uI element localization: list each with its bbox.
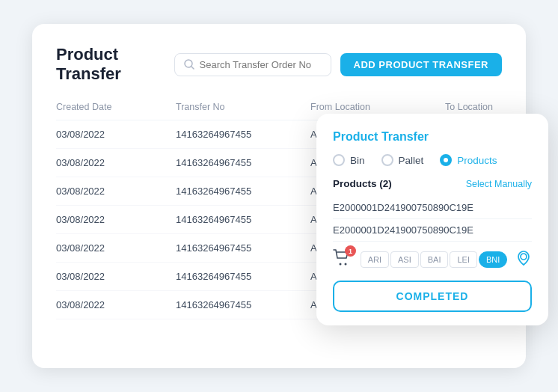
header-row: Product Transfer ADD PRODUCT TRANSFER bbox=[56, 45, 502, 84]
cell-transfer-no: 14163264967455 bbox=[176, 129, 310, 140]
cell-date: 03/08/2022 bbox=[56, 129, 176, 140]
popup-title: Product Transfer bbox=[333, 130, 532, 144]
cell-date: 03/08/2022 bbox=[56, 214, 176, 225]
search-box[interactable] bbox=[174, 53, 331, 76]
cell-date: 03/08/2022 bbox=[56, 271, 176, 282]
radio-row: Bin Pallet Products bbox=[333, 154, 532, 166]
svg-point-4 bbox=[521, 254, 527, 260]
location-pin-icon bbox=[515, 250, 532, 266]
select-manually-link[interactable]: Select Manually bbox=[466, 179, 532, 189]
cell-date: 03/08/2022 bbox=[56, 186, 176, 197]
steps-list: ARI ASI BAI LEI BNI bbox=[361, 251, 508, 268]
cell-date: 03/08/2022 bbox=[56, 157, 176, 168]
col-to-location: To Location bbox=[445, 102, 542, 112]
svg-point-2 bbox=[340, 263, 342, 266]
cart-badge: 1 bbox=[345, 245, 356, 257]
product-code-1: E2000001D241900750890C19E bbox=[333, 197, 532, 219]
location-icon[interactable] bbox=[515, 250, 532, 269]
col-created-date: Created Date bbox=[56, 102, 176, 112]
main-card: Product Transfer ADD PRODUCT TRANSFER Cr… bbox=[32, 24, 526, 368]
svg-line-1 bbox=[191, 67, 194, 69]
page-title: Product Transfer bbox=[56, 45, 174, 84]
radio-bin[interactable]: Bin bbox=[333, 154, 365, 166]
cell-transfer-no: 14163264967455 bbox=[176, 242, 310, 254]
col-transfer-no: Transfer No bbox=[176, 102, 310, 112]
step-bni[interactable]: BNI bbox=[479, 251, 507, 268]
radio-products-label: Products bbox=[457, 155, 497, 166]
step-asi[interactable]: ASI bbox=[390, 251, 419, 268]
radio-pallet-circle bbox=[381, 154, 393, 166]
header-actions: ADD PRODUCT TRANSFER bbox=[174, 53, 502, 76]
products-label: Products (2) bbox=[333, 178, 392, 189]
radio-pallet-label: Pallet bbox=[399, 155, 424, 166]
radio-bin-label: Bin bbox=[350, 155, 365, 166]
popup-card: Product Transfer Bin Pallet Products Pro… bbox=[316, 114, 548, 325]
add-product-transfer-button[interactable]: ADD PRODUCT TRANSFER bbox=[340, 53, 502, 76]
search-input[interactable] bbox=[200, 59, 322, 70]
cart-icon-wrap[interactable]: 1 bbox=[333, 249, 352, 270]
step-ari[interactable]: ARI bbox=[361, 251, 389, 268]
radio-pallet[interactable]: Pallet bbox=[381, 154, 424, 166]
cell-transfer-no: 14163264967455 bbox=[176, 186, 310, 197]
radio-products[interactable]: Products bbox=[440, 154, 497, 166]
col-from-location: From Location bbox=[310, 102, 445, 112]
cell-transfer-no: 14163264967455 bbox=[176, 299, 310, 310]
products-row: Products (2) Select Manually bbox=[333, 178, 532, 189]
cell-transfer-no: 14163264967455 bbox=[176, 157, 310, 168]
cell-date: 03/08/2022 bbox=[56, 242, 176, 254]
radio-bin-circle bbox=[333, 154, 345, 166]
step-lei[interactable]: LEI bbox=[450, 251, 477, 268]
steps-row: 1 ARI ASI BAI LEI BNI bbox=[333, 249, 532, 270]
search-icon bbox=[184, 59, 194, 70]
svg-point-3 bbox=[345, 263, 347, 266]
step-bai[interactable]: BAI bbox=[420, 251, 449, 268]
product-code-2: E2000001D241900750890C19E bbox=[333, 219, 532, 242]
cell-transfer-no: 14163264967455 bbox=[176, 214, 310, 225]
completed-button[interactable]: COMPLETED bbox=[333, 281, 532, 312]
cell-date: 03/08/2022 bbox=[56, 299, 176, 310]
cell-transfer-no: 14163264967455 bbox=[176, 271, 310, 282]
radio-products-circle bbox=[440, 154, 452, 166]
